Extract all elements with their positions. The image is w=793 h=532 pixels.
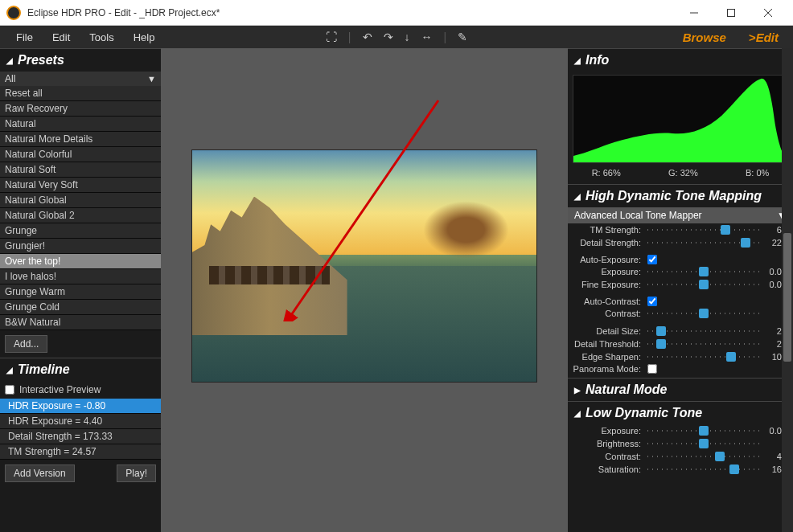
rotate-right-icon[interactable]: ↷	[384, 31, 393, 43]
param-slider[interactable]	[647, 464, 759, 475]
preset-item[interactable]: Natural Colorful	[0, 147, 161, 162]
r-value: R: 66%	[592, 168, 621, 178]
collapse-icon	[574, 191, 581, 201]
param-slider[interactable]	[647, 351, 759, 362]
preset-item[interactable]: Reset all	[0, 86, 161, 101]
preset-item[interactable]: Grunge Cold	[0, 300, 161, 315]
browse-tab[interactable]: Browse	[675, 29, 734, 46]
hdtm-title: High Dynamic Tone Mapping	[586, 189, 762, 203]
ldt-title: Low Dynamic Tone	[586, 406, 702, 420]
rotate-left-icon[interactable]: ↶	[363, 31, 372, 43]
param-label: Contrast:	[571, 452, 647, 461]
menu-edit[interactable]: Edit	[43, 28, 80, 47]
param-checkbox[interactable]	[647, 364, 657, 374]
param-row: Edge Sharpen:100	[568, 350, 793, 363]
menu-tools[interactable]: Tools	[80, 28, 123, 47]
info-title: Info	[586, 53, 609, 68]
presets-header[interactable]: Presets	[0, 48, 161, 72]
preset-item[interactable]: Natural Soft	[0, 162, 161, 178]
param-slider[interactable]	[647, 451, 759, 462]
interactive-preview-label: Interactive Preview	[19, 384, 101, 395]
param-slider[interactable]	[647, 237, 759, 248]
minimize-button[interactable]	[676, 0, 713, 26]
titlebar: Eclipse HDR PRO - Edit - _HDR Project.ec…	[0, 0, 793, 26]
window-title: Eclipse HDR PRO - Edit - _HDR Project.ec…	[27, 7, 676, 18]
param-row: Fine Exposure:0.00	[568, 278, 793, 291]
preset-item[interactable]: Raw Recovery	[0, 101, 161, 117]
menu-help[interactable]: Help	[124, 28, 165, 47]
natural-mode-header[interactable]: ▶ Natural Mode	[568, 378, 793, 401]
preview-area	[161, 48, 568, 532]
hdtm-header[interactable]: High Dynamic Tone Mapping	[568, 184, 793, 207]
param-slider[interactable]	[647, 266, 759, 277]
param-row: Detail Threshold:23	[568, 338, 793, 350]
flip-v-icon[interactable]: ↓	[405, 31, 410, 43]
preset-item[interactable]: I love halos!	[0, 269, 161, 284]
add-version-button[interactable]: Add Version	[5, 464, 75, 482]
chevron-down-icon: ▼	[147, 74, 156, 84]
param-row: Contrast:48	[568, 450, 793, 463]
param-label: Saturation:	[571, 464, 647, 474]
flip-h-icon[interactable]: ↔	[421, 31, 433, 43]
tone-mapper-dropdown[interactable]: Advanced Local Tone Mapper ▼	[568, 207, 793, 223]
interactive-preview-checkbox[interactable]	[5, 385, 14, 395]
collapse-icon	[6, 365, 13, 374]
preset-item[interactable]: Grunge Warm	[0, 284, 161, 300]
add-preset-button[interactable]: Add...	[5, 335, 47, 353]
param-slider[interactable]	[647, 279, 759, 290]
preset-item[interactable]: Natural	[0, 117, 161, 132]
close-button[interactable]	[750, 0, 787, 26]
dropdown-label: Advanced Local Tone Mapper	[574, 210, 702, 221]
timeline-item[interactable]: Detail Strength = 173.33	[0, 429, 161, 444]
info-header[interactable]: Info	[568, 48, 793, 72]
param-label: Exposure:	[571, 267, 647, 276]
eyedropper-icon[interactable]: ✎	[458, 31, 467, 43]
hdtm-params: TM Strength:65Detail Strength:220Auto-Ex…	[568, 223, 793, 374]
param-label: TM Strength:	[571, 225, 647, 235]
right-scrollbar[interactable]	[782, 48, 793, 532]
ldt-header[interactable]: Low Dynamic Tone	[568, 401, 793, 424]
param-slider[interactable]	[647, 425, 759, 436]
param-slider[interactable]	[647, 438, 759, 449]
app-icon	[6, 6, 21, 20]
param-row: Auto-Exposure:	[568, 254, 793, 265]
param-label: Detail Threshold:	[571, 339, 647, 349]
presets-filter[interactable]: All ▼	[0, 72, 161, 86]
timeline-title: Timeline	[18, 362, 70, 377]
maximize-button[interactable]	[713, 0, 750, 26]
preset-item[interactable]: Natural Global	[0, 193, 161, 208]
collapse-icon	[6, 55, 13, 65]
histogram[interactable]	[573, 75, 788, 163]
param-label: Detail Strength:	[571, 238, 647, 248]
edit-tab[interactable]: >Edit	[741, 29, 787, 46]
menu-file[interactable]: File	[6, 28, 43, 47]
preset-item[interactable]: Grungier!	[0, 239, 161, 254]
timeline-header[interactable]: Timeline	[0, 358, 161, 381]
param-slider[interactable]	[647, 224, 759, 235]
presets-title: Presets	[18, 53, 64, 68]
preset-item[interactable]: B&W Natural	[0, 315, 161, 330]
param-label: Auto-Exposure:	[571, 255, 647, 264]
param-checkbox[interactable]	[647, 255, 657, 264]
param-row: Brightness:0	[568, 437, 793, 450]
preset-item[interactable]: Natural More Details	[0, 132, 161, 147]
timeline-item[interactable]: TM Strength = 24.57	[0, 444, 161, 460]
preview-image[interactable]	[191, 149, 537, 383]
fit-icon[interactable]: ⛶	[326, 31, 337, 43]
preset-item[interactable]: Natural Very Soft	[0, 178, 161, 193]
interactive-preview-row[interactable]: Interactive Preview	[0, 381, 161, 399]
window-controls	[676, 0, 787, 26]
timeline-item[interactable]: HDR Exposure = 4.40	[0, 414, 161, 429]
param-slider[interactable]	[647, 308, 759, 319]
scrollbar-thumb[interactable]	[783, 233, 791, 362]
preset-item[interactable]: Over the top!	[0, 254, 161, 269]
play-button[interactable]: Play!	[117, 464, 156, 482]
preset-item[interactable]: Grunge	[0, 223, 161, 239]
param-slider[interactable]	[647, 325, 759, 337]
timeline-item[interactable]: HDR Exposure = -0.80	[0, 399, 161, 414]
param-slider[interactable]	[647, 338, 759, 350]
preset-item[interactable]: Natural Global 2	[0, 208, 161, 223]
param-checkbox[interactable]	[647, 297, 657, 306]
param-row: Detail Size:24	[568, 325, 793, 338]
svg-rect-1	[728, 9, 735, 16]
